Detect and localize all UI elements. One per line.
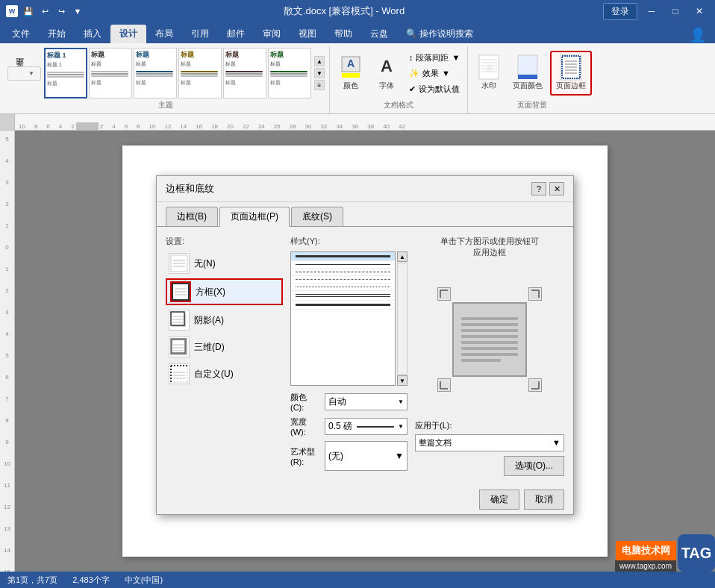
font-btn[interactable]: A 字体 — [370, 52, 403, 94]
themes-scroll-up[interactable]: ▲ — [314, 56, 325, 66]
theme-item-2[interactable]: 标题 标题 标题 — [89, 48, 132, 98]
style-solid-thick[interactable] — [291, 252, 395, 261]
svg-rect-11 — [518, 55, 537, 76]
dialog-tabs: 边框(B) 页面边框(P) 底纹(S) — [157, 202, 573, 227]
tab-cloud[interactable]: 云盘 — [361, 25, 397, 43]
setting-custom[interactable]: 自定义(U) — [166, 362, 283, 386]
restore-btn[interactable]: □ — [666, 3, 685, 19]
ok-btn[interactable]: 确定 — [479, 490, 519, 510]
setting-3d[interactable]: 三维(D) — [166, 335, 283, 359]
svg-text:A: A — [381, 57, 393, 75]
color-icon: A — [339, 55, 363, 79]
word-icon: W — [6, 5, 18, 17]
format-right-btns: ↕ 段落间距 ▼ ✨ 效果 ▼ ✔ 设为默认值 — [406, 51, 463, 96]
document-canvas[interactable]: 1.2 散文的特点 随着时代的发展，散文的概念由广义向狭义转变，文学 散文是一种… — [15, 131, 715, 572]
title-bar: W 💾 ↩ ↪ ▼ 散文.docx [兼容模式] - Word 登录 ─ □ ✕ — [0, 0, 715, 22]
width-select[interactable]: 0.5 磅 ▼ — [325, 418, 408, 435]
setting-box[interactable]: 方框(X) — [166, 278, 283, 305]
svg-rect-12 — [518, 75, 537, 79]
settings-label: 设置: — [166, 236, 283, 247]
style-dotted[interactable] — [291, 284, 395, 291]
bottom-left-corner-btn[interactable] — [437, 378, 451, 392]
themes-scroll-expand[interactable]: ≡ — [314, 80, 325, 90]
dialog-footer: 确定 取消 — [157, 485, 573, 514]
top-right-corner-btn[interactable] — [528, 287, 542, 301]
page-border-icon — [559, 55, 583, 79]
save-btn[interactable]: 💾 — [21, 4, 36, 19]
page-border-btn[interactable]: 页面边框 — [550, 51, 592, 96]
style-label: 样式(Y): — [290, 236, 408, 247]
preview-page-area — [452, 302, 527, 377]
color-row: 颜色(C): 自动 ▼ — [290, 392, 408, 412]
tab-review[interactable]: 审阅 — [254, 25, 290, 43]
style-list[interactable] — [290, 251, 396, 386]
theme-item-4[interactable]: 标题 标题 标题 — [178, 48, 222, 98]
bottom-right-corner-btn[interactable] — [528, 378, 542, 392]
tab-file[interactable]: 文件 — [3, 25, 39, 43]
tab-insert[interactable]: 插入 — [75, 25, 110, 43]
art-select[interactable]: (无) ▼ — [325, 441, 408, 471]
language: 中文(中国) — [125, 575, 163, 586]
color-arrow-icon: ▼ — [398, 398, 404, 405]
redo-btn[interactable]: ↪ — [54, 4, 69, 19]
account-icon[interactable]: 👤 — [690, 27, 706, 43]
style-mixed[interactable] — [291, 301, 395, 310]
style-scroll-down[interactable]: ▼ — [397, 375, 408, 386]
tab-design[interactable]: 设计 — [110, 25, 146, 43]
window-title: 散文.docx [兼容模式] - Word — [85, 4, 603, 18]
theme-item-6[interactable]: 标题 标题 标题 — [268, 48, 311, 98]
options-btn[interactable]: 选项(O)... — [504, 456, 564, 476]
tab-search[interactable]: 🔍 操作说明搜索 — [397, 25, 482, 43]
login-button[interactable]: 登录 — [603, 3, 637, 20]
dialog-tab-page-border[interactable]: 页面边框(P) — [219, 207, 290, 227]
dialog-tab-shading[interactable]: 底纹(S) — [291, 207, 343, 226]
theme-item-1[interactable]: 标题 1 标题 1 标题 — [44, 48, 87, 98]
themes-dropdown-btn[interactable]: 主题 ▼ — [7, 66, 41, 81]
page-color-btn[interactable]: 页面颜色 — [508, 52, 547, 94]
theme-item-3[interactable]: 标题 标题 标题 — [134, 48, 177, 98]
setting-none-icon — [169, 253, 190, 274]
style-scroll-track[interactable] — [397, 263, 408, 375]
tab-references[interactable]: 引用 — [182, 25, 218, 43]
dialog-preview-panel: 单击下方图示或使用按钮可应用边框 — [415, 236, 564, 476]
color-btn[interactable]: A 颜色 — [334, 52, 367, 94]
svg-rect-33 — [171, 339, 186, 354]
color-select[interactable]: 自动 ▼ — [325, 393, 408, 410]
style-list-wrapper: ▲ ▼ — [290, 251, 408, 386]
border-shading-dialog: 边框和底纹 ? ✕ 边框(B) 页面边框(P) 底纹(S) 设置: — [156, 175, 574, 515]
minimize-btn[interactable]: ─ — [642, 3, 661, 19]
effect-btn[interactable]: ✨ 效果 ▼ — [406, 66, 463, 81]
setting-box-label: 方框(X) — [196, 286, 225, 298]
apply-to-select[interactable]: 整篇文档 ▼ — [415, 434, 564, 451]
apply-arrow-icon: ▼ — [552, 438, 561, 447]
style-solid-thin[interactable] — [291, 261, 395, 269]
top-left-corner-btn[interactable] — [437, 287, 451, 301]
dialog-help-btn[interactable]: ? — [531, 182, 546, 196]
theme-item-5[interactable]: 标题 标题 标题 — [223, 48, 266, 98]
style-double[interactable] — [291, 291, 395, 301]
tab-layout[interactable]: 布局 — [146, 25, 182, 43]
themes-scroll[interactable]: ▲ ▼ ≡ — [314, 56, 325, 90]
set-default-btn[interactable]: ✔ 设为默认值 — [406, 82, 463, 96]
watermark-btn[interactable]: 文 水印 — [472, 52, 505, 94]
customize-btn[interactable]: ▼ — [70, 4, 85, 19]
style-dashed2[interactable] — [291, 276, 395, 284]
dialog-close-btn[interactable]: ✕ — [549, 182, 564, 196]
dialog-tab-border[interactable]: 边框(B) — [166, 207, 218, 226]
close-btn[interactable]: ✕ — [690, 3, 709, 19]
vertical-ruler: 5 4 3 2 1 0 1 2 3 4 5 6 7 8 9 10 11 12 1… — [0, 131, 15, 572]
themes-scroll-down[interactable]: ▼ — [314, 68, 325, 78]
spacing-btn[interactable]: ↕ 段落间距 ▼ — [406, 51, 463, 65]
style-dashed[interactable] — [291, 269, 395, 276]
checkmark-icon: ✔ — [409, 84, 416, 94]
style-scroll-up[interactable]: ▲ — [397, 251, 408, 262]
tab-home[interactable]: 开始 — [39, 25, 75, 43]
setting-shadow[interactable]: 阴影(A) — [166, 308, 283, 332]
tab-mailings[interactable]: 邮件 — [218, 25, 254, 43]
setting-none[interactable]: 无(N) — [166, 251, 283, 275]
undo-btn[interactable]: ↩ — [37, 4, 52, 19]
tab-view[interactable]: 视图 — [290, 25, 325, 43]
tab-help[interactable]: 帮助 — [325, 25, 361, 43]
page-bg-label: 页面背景 — [517, 100, 547, 112]
cancel-btn[interactable]: 取消 — [524, 490, 564, 510]
